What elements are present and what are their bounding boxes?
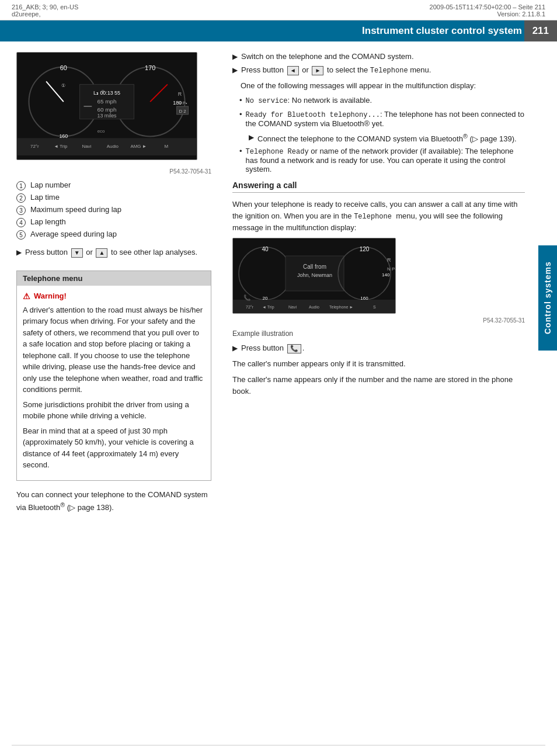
side-tab-label: Control systems [543,262,552,335]
svg-text:Navi: Navi [82,144,91,149]
svg-text:R: R [387,257,391,263]
bullet-item-1: • No service: No network is available. [239,96,525,105]
svg-text:Navi: Navi [288,305,297,309]
right-button[interactable]: ► [312,66,323,75]
numbered-items-list: 1 Lap number 2 Lap time 3 Maximum speed … [16,181,211,240]
press-button-2-item: ▶ Press button ◄ or ► to select the Tele… [232,65,525,75]
num-3: 3 [16,206,26,215]
list-item: 5 Average speed during lap [16,230,211,240]
header-left: 216_AKB; 3; 90, en-US d2ureepe, [12,4,78,18]
svg-text:S: S [373,305,376,309]
press-phone-text: Press button 📞. [241,344,304,353]
messages-intro: One of the following messages will appea… [241,80,525,92]
list-item: 2 Lap time [16,193,211,203]
svg-text:170: 170 [145,64,155,71]
page-number-badge: 211 [524,20,557,41]
svg-text:eco: eco [98,129,105,134]
caller-number-text: The caller's number appears only if it i… [232,358,525,370]
list-item: 3 Maximum speed during lap [16,205,211,215]
svg-text:N P•: N P• [387,266,396,272]
press-button-1-item: ▶ Press button ▼ or ▲ to see other lap a… [16,248,211,258]
num-2: 2 [16,193,26,203]
down-button[interactable]: ▼ [71,248,83,258]
svg-text:Audio: Audio [309,305,319,309]
warning-label: Warning! [34,292,67,300]
arrow-icon-3: ▶ [232,66,238,74]
bullet-1-text: No service: No network is available. [246,96,373,105]
bullet-item-3: • Telephone Ready or name of the network… [239,147,525,174]
svg-text:40: 40 [262,246,269,252]
cluster-image: 60 160 170 180 160 L₃ 00:13 55 65 mph 60… [16,52,197,160]
list-item: 4 Lap length [16,217,211,227]
telephone-menu-box: Telephone menu ⚠ Warning! A driver's att… [16,271,211,481]
list-item: 1 Lap number [16,181,211,190]
left-button[interactable]: ◄ [287,66,299,75]
svg-text:②: ② [101,89,105,93]
example-caption: Example illustration [232,330,525,338]
warning-header: ⚠ Warning! [23,292,205,301]
svg-text:N P•: N P• [178,100,187,106]
svg-text:72°r: 72°r [246,305,254,309]
warning-body: A driver's attention to the road must al… [23,304,205,396]
up-button[interactable]: ▲ [96,248,107,258]
arrow-icon-sub: ▶ [249,133,254,141]
right-column: ▶ Switch on the telephone and the COMAND… [222,52,557,519]
title-bar: Instrument cluster control system 211 [0,20,557,41]
side-tab: Control systems [538,245,557,351]
telephone-menu-body: ⚠ Warning! A driver's attention to the r… [17,286,211,480]
warning-icon: ⚠ [23,292,30,301]
sub-arrow-text: Connect the telephone to the COMAND syst… [257,133,517,143]
svg-text:John, Newman: John, Newman [297,272,332,278]
svg-text:60: 60 [60,64,67,71]
telephone-menu-header: Telephone menu [17,271,211,286]
svg-text:M: M [165,144,169,149]
item-1-label: Lap number [30,181,71,189]
switch-on-text: Switch on the telephone and the COMAND s… [241,52,414,61]
page-number: 211 [532,25,549,37]
svg-text:Call from: Call from [303,263,326,270]
press-button-1-text: Press button ▼ or ▲ to see other lap ana… [25,248,197,258]
bullet-dot-3: • [239,147,242,155]
svg-text:65 mph: 65 mph [98,98,117,105]
svg-text:72°r: 72°r [30,144,39,149]
bullet-2-text: Ready for Bluetooth telephony...: The te… [246,110,525,128]
speed-text: Bear in mind that at a speed of just 30 … [23,425,205,471]
arrow-icon-4: ▶ [232,344,238,352]
bottom-border [12,745,545,745]
num-5: 5 [16,230,26,240]
header-right: 2009-05-15T11:47:50+02:00 – Seite 211 Ve… [430,4,545,18]
item-2-label: Lap time [30,193,60,202]
jurisdiction-text: Some jurisdictions prohibit the driver f… [23,399,205,422]
svg-text:L₃  00:13 55: L₃ 00:13 55 [93,90,120,96]
item-5-label: Average speed during lap [30,230,117,238]
telephone-menu-ref: menu. [410,65,431,74]
telephone-display-image: 40 20 Call from John, Newman 120 140 160… [232,238,396,314]
item-3-label: Maximum speed during lap [30,205,121,214]
svg-text:140: 140 [382,272,390,278]
telephone-menu-mono: Telephone [370,67,408,75]
svg-text:13 miles: 13 miles [97,113,117,119]
cluster-caption: P54.32-7054-31 [16,168,211,175]
svg-text:AMG ►: AMG ► [130,144,147,149]
svg-text:D 2: D 2 [179,109,186,114]
caller-name-text: The caller's name appears only if the nu… [232,374,525,397]
switch-on-item: ▶ Switch on the telephone and the COMAND… [232,52,525,61]
phone-button[interactable]: 📞 [287,344,301,353]
svg-text:Audio: Audio [107,144,119,149]
svg-text:◄ Trip: ◄ Trip [262,305,274,310]
svg-text:📞: 📞 [243,294,251,301]
svg-rect-13 [83,106,92,107]
tel-display-caption: P54.32-7055-31 [232,317,525,324]
answering-intro: When your telephone is ready to receive … [232,199,525,233]
doc-header: 216_AKB; 3; 90, en-US d2ureepe, 2009-05-… [0,0,557,20]
bullet-item-2: • Ready for Bluetooth telephony...: The … [239,110,525,128]
svg-text:Telephone ►: Telephone ► [329,305,353,310]
bullet-dot-1: • [239,96,242,105]
svg-text:60 mph: 60 mph [98,106,117,113]
left-column: 60 160 170 180 160 L₃ 00:13 55 65 mph 60… [0,52,222,519]
connect-text: You can connect your telephone to the CO… [16,489,211,514]
item-4-label: Lap length [30,217,66,226]
num-4: 4 [16,218,26,227]
main-content: 60 160 170 180 160 L₃ 00:13 55 65 mph 60… [0,41,557,519]
answering-heading: Answering a call [232,181,525,193]
